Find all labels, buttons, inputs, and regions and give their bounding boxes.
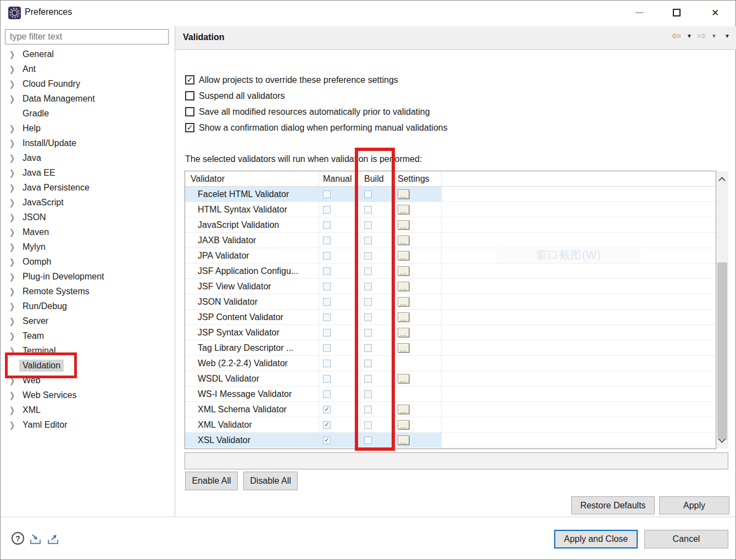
settings-dots-button[interactable]: ... xyxy=(398,405,409,414)
settings-dots-button[interactable]: ... xyxy=(398,435,409,445)
manual-checkbox[interactable]: ✓ xyxy=(323,283,331,290)
settings-dots-button[interactable]: ... xyxy=(398,328,409,337)
forward-history-dropdown-icon[interactable]: ▼ xyxy=(711,33,717,39)
manual-checkbox[interactable]: ✓ xyxy=(323,344,331,352)
validator-row-ws-i-message-validator[interactable]: WS-I Message Validator✓✓ xyxy=(185,387,716,402)
chevron-right-icon[interactable]: ❯ xyxy=(9,242,19,252)
chevron-right-icon[interactable]: ❯ xyxy=(9,168,19,178)
build-checkbox[interactable]: ✓ xyxy=(364,267,372,275)
build-checkbox[interactable]: ✓ xyxy=(364,283,372,290)
validator-row-xml-schema-validator[interactable]: XML Schema Validator✓✓... xyxy=(185,402,716,417)
manual-checkbox[interactable]: ✓ xyxy=(323,221,331,229)
chevron-right-icon[interactable]: ❯ xyxy=(9,376,19,385)
validator-row-web-2-2-2-4-validator[interactable]: Web (2.2-2.4) Validator✓✓ xyxy=(185,356,716,371)
build-checkbox[interactable]: ✓ xyxy=(364,375,372,383)
manual-checkbox[interactable]: ✓ xyxy=(323,390,331,398)
chevron-right-icon[interactable]: ❯ xyxy=(9,79,19,89)
build-checkbox[interactable]: ✓ xyxy=(364,344,372,352)
manual-checkbox[interactable]: ✓ xyxy=(323,375,331,383)
chevron-right-icon[interactable]: ❯ xyxy=(9,227,19,237)
chevron-right-icon[interactable]: ❯ xyxy=(9,257,19,267)
back-arrow-icon[interactable]: ⇦ xyxy=(672,29,681,42)
validator-row-xsl-validator[interactable]: XSL Validator✓✓... xyxy=(185,433,716,448)
maximize-button[interactable] xyxy=(666,4,688,21)
settings-dots-button[interactable]: ... xyxy=(398,266,409,276)
build-checkbox[interactable]: ✓ xyxy=(364,237,372,244)
tree-item-server[interactable]: ❯Server xyxy=(1,313,171,328)
chevron-right-icon[interactable]: ❯ xyxy=(9,390,19,400)
chevron-right-icon[interactable]: ❯ xyxy=(9,64,19,74)
minimize-button[interactable] xyxy=(628,4,650,21)
chevron-right-icon[interactable]: ❯ xyxy=(9,420,19,430)
tree-item-web-services[interactable]: ❯Web Services xyxy=(1,388,171,402)
build-checkbox[interactable]: ✓ xyxy=(364,329,372,337)
tree-item-java-persistence[interactable]: ❯Java Persistence xyxy=(1,180,171,195)
forward-arrow-icon[interactable]: ⇨ xyxy=(697,29,706,42)
manual-checkbox[interactable]: ✓ xyxy=(323,237,331,244)
checkbox-checked-icon[interactable]: ✓ xyxy=(185,75,194,85)
chevron-right-icon[interactable]: ❯ xyxy=(9,153,19,163)
tree-item-install-update[interactable]: ❯Install/Update xyxy=(1,136,171,150)
manual-checkbox[interactable]: ✓ xyxy=(323,329,331,337)
validator-row-json-validator[interactable]: JSON Validator✓✓... xyxy=(185,294,716,310)
tree-item-oomph[interactable]: ❯Oomph xyxy=(1,254,171,269)
settings-dots-button[interactable]: ... xyxy=(398,220,409,229)
chevron-right-icon[interactable]: ❯ xyxy=(9,331,19,341)
build-checkbox[interactable]: ✓ xyxy=(364,252,372,260)
tree-item-java[interactable]: ❯Java xyxy=(1,150,171,165)
tree-item-mylyn[interactable]: ❯Mylyn xyxy=(1,239,171,254)
validator-row-jaxb-validator[interactable]: JAXB Validator✓✓... xyxy=(185,233,716,248)
manual-checkbox[interactable]: ✓ xyxy=(323,421,331,429)
tree-item-maven[interactable]: ❯Maven xyxy=(1,225,171,239)
manual-checkbox[interactable]: ✓ xyxy=(323,298,331,306)
build-checkbox[interactable]: ✓ xyxy=(364,221,372,229)
build-checkbox[interactable]: ✓ xyxy=(364,436,372,444)
chevron-right-icon[interactable]: ❯ xyxy=(9,346,19,356)
settings-dots-button[interactable]: ... xyxy=(398,374,409,383)
chevron-right-icon[interactable]: ❯ xyxy=(9,138,19,148)
settings-dots-button[interactable]: ... xyxy=(398,251,409,260)
tree-item-run-debug[interactable]: ❯Run/Debug xyxy=(1,299,171,313)
validator-row-javascript-validation[interactable]: JavaScript Validation✓✓... xyxy=(185,217,716,233)
chevron-right-icon[interactable]: ❯ xyxy=(9,301,19,311)
chevron-right-icon[interactable]: ❯ xyxy=(9,316,19,326)
cancel-button[interactable]: Cancel xyxy=(644,530,728,548)
build-checkbox[interactable]: ✓ xyxy=(364,360,372,367)
build-checkbox[interactable]: ✓ xyxy=(364,421,372,429)
validator-row-jsp-content-validator[interactable]: JSP Content Validator✓✓... xyxy=(185,310,716,325)
export-preferences-icon[interactable] xyxy=(46,533,61,545)
chevron-right-icon[interactable]: ❯ xyxy=(9,272,19,282)
manual-checkbox[interactable]: ✓ xyxy=(323,267,331,275)
build-checkbox[interactable]: ✓ xyxy=(364,206,372,214)
chevron-right-icon[interactable]: ❯ xyxy=(9,124,19,133)
option-show-a-confirmation-dialog-when-performi[interactable]: ✓Show a confirmation dialog when perform… xyxy=(185,120,448,136)
validator-row-html-syntax-validator[interactable]: HTML Syntax Validator✓✓... xyxy=(185,202,716,217)
settings-dots-button[interactable]: ... xyxy=(398,189,409,199)
tree-item-json[interactable]: ❯JSON xyxy=(1,210,171,225)
table-scrollbar[interactable] xyxy=(716,171,728,449)
build-checkbox[interactable]: ✓ xyxy=(364,390,372,398)
scrollbar-thumb[interactable] xyxy=(717,262,727,440)
build-checkbox[interactable]: ✓ xyxy=(364,191,372,198)
column-header-build[interactable]: Build xyxy=(360,171,395,186)
apply-and-close-button[interactable]: Apply and Close xyxy=(554,530,638,548)
column-header-manual[interactable]: Manual xyxy=(319,171,360,186)
validator-row-jsf-application-configu[interactable]: JSF Application Configu...✓✓... xyxy=(185,264,716,279)
checkbox-unchecked-icon[interactable]: ✓ xyxy=(185,107,194,116)
tree-item-data-management[interactable]: ❯Data Management xyxy=(1,91,171,106)
tree-item-cloud-foundry[interactable]: ❯Cloud Foundry xyxy=(1,76,171,91)
checkbox-unchecked-icon[interactable]: ✓ xyxy=(185,91,194,100)
manual-checkbox[interactable]: ✓ xyxy=(323,436,331,444)
help-icon[interactable]: ? xyxy=(12,532,24,545)
validator-row-xml-validator[interactable]: XML Validator✓✓... xyxy=(185,417,716,433)
apply-button[interactable]: Apply xyxy=(659,496,729,514)
tree-item-web[interactable]: ❯Web xyxy=(1,373,171,388)
option-allow-projects-to-override-these-prefere[interactable]: ✓Allow projects to override these prefer… xyxy=(185,72,398,88)
manual-checkbox[interactable]: ✓ xyxy=(323,360,331,367)
tree-item-remote-systems[interactable]: ❯Remote Systems xyxy=(1,284,171,299)
manual-checkbox[interactable]: ✓ xyxy=(323,313,331,321)
close-button[interactable]: ✕ xyxy=(704,4,726,21)
build-checkbox[interactable]: ✓ xyxy=(364,313,372,321)
settings-dots-button[interactable]: ... xyxy=(398,282,409,291)
back-history-dropdown-icon[interactable]: ▼ xyxy=(687,33,692,39)
